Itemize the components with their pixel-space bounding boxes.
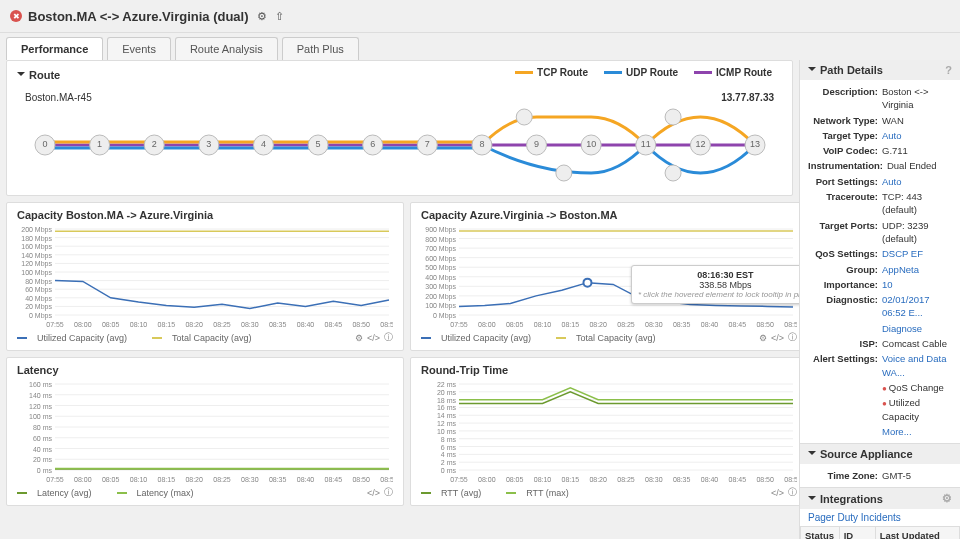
path-detail-row: Importance:10 bbox=[800, 277, 960, 292]
collapse-caret-icon[interactable] bbox=[17, 72, 25, 80]
legend-total-b: Total Capacity (avg) bbox=[576, 333, 656, 343]
svg-text:12: 12 bbox=[695, 139, 705, 149]
tab-performance[interactable]: Performance bbox=[6, 37, 103, 60]
tz-label: Time Zone: bbox=[808, 469, 882, 482]
col-status: Status bbox=[801, 527, 840, 539]
code-icon[interactable]: </> bbox=[367, 333, 380, 343]
legend-rtt-max: RTT (max) bbox=[526, 488, 569, 498]
col-id: ID bbox=[839, 527, 875, 539]
chart-rtt-plot[interactable]: 22 ms20 ms18 ms16 ms14 ms12 ms10 ms8 ms6… bbox=[421, 380, 797, 484]
svg-text:200 Mbps: 200 Mbps bbox=[425, 293, 456, 301]
svg-text:8: 8 bbox=[479, 139, 484, 149]
svg-text:13: 13 bbox=[750, 139, 760, 149]
svg-text:3: 3 bbox=[206, 139, 211, 149]
code-icon[interactable]: </> bbox=[771, 333, 784, 343]
svg-text:0 Mbps: 0 Mbps bbox=[29, 312, 52, 320]
path-detail-row: Alert Settings:Voice and Data WA... bbox=[800, 351, 960, 380]
svg-text:08:15: 08:15 bbox=[158, 476, 176, 483]
path-detail-row: Traceroute:TCP: 443 (default) bbox=[800, 189, 960, 218]
code-icon[interactable]: </> bbox=[771, 488, 784, 498]
route-diagram[interactable]: 012345678910111213 bbox=[25, 105, 775, 185]
tab-events[interactable]: Events bbox=[107, 37, 171, 60]
chart-latency-plot[interactable]: 160 ms140 ms120 ms100 ms80 ms60 ms40 ms2… bbox=[17, 380, 393, 484]
gear-icon[interactable]: ⚙ bbox=[257, 10, 267, 23]
svg-text:08:00: 08:00 bbox=[478, 321, 496, 328]
info-icon[interactable]: ⓘ bbox=[384, 486, 393, 499]
gear-icon[interactable]: ⚙ bbox=[942, 492, 952, 505]
svg-text:08:50: 08:50 bbox=[352, 476, 370, 483]
svg-point-18 bbox=[665, 109, 681, 125]
chart-capacity-a-plot[interactable]: 200 Mbps180 Mbps160 Mbps140 Mbps120 Mbps… bbox=[17, 225, 393, 329]
svg-text:08:30: 08:30 bbox=[241, 321, 259, 328]
svg-text:08:25: 08:25 bbox=[617, 476, 635, 483]
svg-text:08:10: 08:10 bbox=[534, 321, 552, 328]
svg-text:9: 9 bbox=[534, 139, 539, 149]
share-icon[interactable]: ⇧ bbox=[275, 10, 284, 23]
svg-text:20 ms: 20 ms bbox=[437, 389, 457, 396]
route-dest-label: 13.77.87.33 bbox=[721, 92, 774, 103]
more-link[interactable]: More... bbox=[882, 425, 952, 438]
collapse-caret-icon[interactable] bbox=[808, 496, 816, 504]
svg-text:11: 11 bbox=[641, 139, 651, 149]
path-detail-row: Diagnose bbox=[800, 321, 960, 336]
collapse-caret-icon[interactable] bbox=[808, 67, 816, 75]
svg-text:4 ms: 4 ms bbox=[441, 451, 457, 458]
path-detail-row: Group:AppNeta bbox=[800, 262, 960, 277]
info-icon[interactable]: ⓘ bbox=[788, 331, 797, 344]
svg-text:08:15: 08:15 bbox=[158, 321, 176, 328]
svg-text:08:00: 08:00 bbox=[74, 476, 92, 483]
svg-text:08:55: 08:55 bbox=[380, 476, 393, 483]
gear-icon[interactable]: ⚙ bbox=[759, 333, 767, 343]
svg-text:120 ms: 120 ms bbox=[29, 403, 52, 410]
svg-text:500 Mbps: 500 Mbps bbox=[425, 264, 456, 272]
svg-text:08:55: 08:55 bbox=[380, 321, 393, 328]
svg-text:12 ms: 12 ms bbox=[437, 420, 457, 427]
path-detail-row: Instrumentation:Dual Ended bbox=[800, 158, 960, 173]
tab-route-analysis[interactable]: Route Analysis bbox=[175, 37, 278, 60]
chart-capacity-b-plot[interactable]: 900 Mbps800 Mbps700 Mbps600 Mbps500 Mbps… bbox=[421, 225, 797, 329]
svg-text:700 Mbps: 700 Mbps bbox=[425, 245, 456, 253]
path-detail-row: VoIP Codec:G.711 bbox=[800, 143, 960, 158]
tab-path-plus[interactable]: Path Plus bbox=[282, 37, 359, 60]
svg-text:08:05: 08:05 bbox=[102, 321, 120, 328]
svg-text:120 Mbps: 120 Mbps bbox=[21, 260, 52, 268]
svg-text:08:35: 08:35 bbox=[269, 476, 287, 483]
svg-text:08:35: 08:35 bbox=[673, 321, 691, 328]
svg-text:08:20: 08:20 bbox=[185, 321, 203, 328]
svg-text:08:30: 08:30 bbox=[645, 321, 663, 328]
pagerduty-link[interactable]: Pager Duty Incidents bbox=[800, 509, 960, 526]
svg-text:08:10: 08:10 bbox=[130, 476, 148, 483]
legend-icmp: ICMP Route bbox=[716, 67, 772, 78]
path-detail-row: ISP:Comcast Cable bbox=[800, 336, 960, 351]
path-detail-row: Target Type:Auto bbox=[800, 128, 960, 143]
svg-text:08:05: 08:05 bbox=[102, 476, 120, 483]
svg-point-19 bbox=[556, 165, 572, 181]
route-legend: TCP Route UDP Route ICMP Route bbox=[505, 67, 782, 82]
code-icon[interactable]: </> bbox=[367, 488, 380, 498]
svg-text:07:55: 07:55 bbox=[46, 476, 64, 483]
svg-text:07:55: 07:55 bbox=[450, 321, 468, 328]
svg-text:100 Mbps: 100 Mbps bbox=[425, 302, 456, 310]
svg-text:140 ms: 140 ms bbox=[29, 392, 52, 399]
svg-text:08:10: 08:10 bbox=[130, 321, 148, 328]
svg-text:07:55: 07:55 bbox=[450, 476, 468, 483]
svg-text:80 ms: 80 ms bbox=[33, 424, 53, 431]
svg-text:400 Mbps: 400 Mbps bbox=[425, 274, 456, 282]
info-icon[interactable]: ⓘ bbox=[788, 486, 797, 499]
help-icon[interactable]: ? bbox=[945, 64, 952, 76]
chart-capacity-b: Capacity Azure.Virginia -> Boston.MA 900… bbox=[410, 202, 799, 351]
path-detail-row: QoS Settings:DSCP EF bbox=[800, 246, 960, 261]
collapse-caret-icon[interactable] bbox=[808, 451, 816, 459]
svg-text:08:30: 08:30 bbox=[241, 476, 259, 483]
svg-text:0 ms: 0 ms bbox=[441, 467, 457, 474]
gear-icon[interactable]: ⚙ bbox=[355, 333, 363, 343]
chart-capacity-a: Capacity Boston.MA -> Azure.Virginia 200… bbox=[6, 202, 404, 351]
svg-text:100 ms: 100 ms bbox=[29, 413, 52, 420]
svg-text:2 ms: 2 ms bbox=[441, 459, 457, 466]
info-icon[interactable]: ⓘ bbox=[384, 331, 393, 344]
svg-text:40 Mbps: 40 Mbps bbox=[25, 295, 52, 303]
svg-text:08:55: 08:55 bbox=[784, 476, 797, 483]
integrations-title: Integrations bbox=[820, 493, 883, 505]
svg-text:08:25: 08:25 bbox=[617, 321, 635, 328]
chart-latency: Latency 160 ms140 ms120 ms100 ms80 ms60 … bbox=[6, 357, 404, 506]
